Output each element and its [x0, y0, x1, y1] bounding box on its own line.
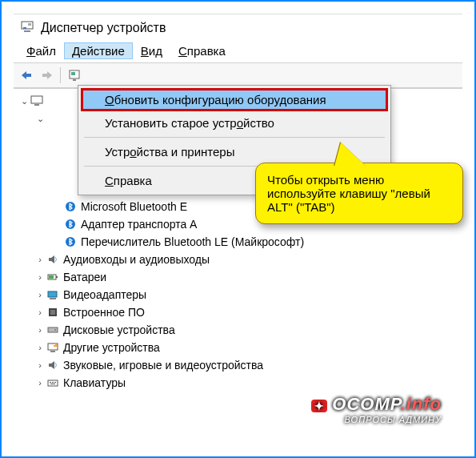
tree-audio-inputs[interactable]: › Аудиовходы и аудиовыходы: [18, 251, 462, 268]
tree-other-devices[interactable]: › Другие устройства: [18, 339, 462, 356]
menu-help[interactable]: Справка: [170, 42, 234, 59]
window-title: Диспетчер устройств: [41, 21, 166, 35]
bluetooth-icon: [63, 219, 78, 230]
svg-rect-17: [48, 291, 57, 297]
svg-point-22: [54, 329, 56, 331]
bluetooth-icon: [63, 236, 78, 247]
svg-rect-4: [26, 74, 31, 77]
callout-text: Чтобы открыть меню используйте клавишу "…: [267, 173, 430, 214]
tree-label: Клавиатуры: [63, 376, 126, 389]
svg-rect-9: [31, 96, 42, 103]
tree-bt-item[interactable]: Перечислитель Bluetooth LE (Майкрософт): [18, 233, 462, 251]
display-adapter-icon: [46, 289, 60, 300]
expander-closed-icon[interactable]: ›: [34, 255, 46, 264]
menu-scan-hardware[interactable]: Обновить конфигурацию оборудования: [81, 88, 388, 111]
menu-file[interactable]: Файл: [18, 42, 64, 59]
sound-icon: [46, 360, 60, 371]
tree-label: Аудиовходы и аудиовыходы: [63, 253, 210, 266]
expander-closed-icon[interactable]: ›: [34, 378, 46, 388]
tree-label: Встроенное ПО: [63, 306, 145, 319]
toolbar-divider: [60, 67, 61, 83]
expander-closed-icon[interactable]: ›: [34, 360, 46, 370]
battery-icon: [46, 271, 60, 283]
svg-rect-20: [50, 310, 55, 315]
forward-button[interactable]: [38, 66, 55, 84]
device-manager-icon: [20, 19, 34, 36]
svg-rect-8: [73, 79, 76, 81]
tree-label: Звуковые, игровые и видеоустройства: [63, 359, 263, 372]
menu-view[interactable]: Вид: [133, 42, 170, 59]
expander-closed-icon[interactable]: ›: [34, 290, 46, 299]
expander-open-icon[interactable]: ⌄: [18, 96, 30, 106]
tree-label: Видеоадаптеры: [63, 288, 146, 301]
tree-label: Адаптер транспорта A: [81, 218, 197, 231]
svg-rect-2: [23, 27, 26, 29]
other-device-icon: [46, 342, 60, 353]
svg-rect-29: [50, 384, 55, 384]
expander-closed-icon[interactable]: ›: [34, 272, 46, 282]
tree-firmware[interactable]: › Встроенное ПО: [18, 303, 462, 321]
menu-action[interactable]: Действие: [64, 42, 133, 59]
watermark-subtitle: ВОПРОСЫ АДМИНУ: [311, 415, 442, 424]
annotation-callout: Чтобы открыть меню используйте клавишу "…: [255, 163, 463, 224]
expander-closed-icon[interactable]: ›: [34, 343, 46, 352]
tree-label: Батареи: [63, 271, 106, 283]
watermark: ✦ OCOMP.info ВОПРОСЫ АДМИНУ: [311, 394, 442, 424]
window-titlebar: Диспетчер устройств: [14, 14, 462, 39]
bluetooth-icon: [63, 201, 78, 212]
svg-rect-25: [48, 380, 58, 386]
svg-rect-1: [24, 30, 30, 32]
callout-tail-icon: [334, 143, 366, 167]
tree-disk-drives[interactable]: › Дисковые устройства: [18, 321, 462, 339]
svg-rect-15: [56, 276, 58, 278]
tree-label: Microsoft Bluetooth E: [81, 200, 187, 213]
tree-label: Перечислитель Bluetooth LE (Майкрософт): [81, 235, 304, 248]
svg-rect-18: [50, 298, 56, 299]
tree-label: Другие устройства: [63, 341, 160, 354]
svg-rect-3: [28, 23, 31, 26]
svg-rect-28: [54, 382, 56, 383]
keyboard-icon: [46, 377, 60, 388]
svg-rect-5: [42, 74, 47, 77]
svg-rect-7: [71, 72, 75, 75]
tree-label: Дисковые устройства: [63, 323, 175, 336]
menu-bar: Файл Действие Вид Справка: [14, 39, 462, 62]
svg-rect-16: [49, 275, 54, 279]
svg-rect-24: [50, 351, 55, 352]
tree-display-adapters[interactable]: › Видеоадаптеры: [18, 286, 462, 303]
expander-open-icon[interactable]: ⌄: [34, 114, 46, 124]
expander-closed-icon[interactable]: ›: [34, 307, 46, 317]
expander-closed-icon[interactable]: ›: [34, 325, 46, 335]
watermark-text-domain: .info: [401, 394, 442, 414]
menu-add-legacy[interactable]: Установить старое устройство: [81, 111, 388, 135]
svg-rect-27: [52, 382, 54, 383]
speaker-icon: [46, 254, 60, 265]
disk-icon: [46, 324, 60, 335]
computer-icon: [30, 95, 44, 106]
watermark-text-main: OCOMP: [332, 394, 400, 414]
firmware-icon: [46, 307, 60, 318]
tree-sound-devices[interactable]: › Звуковые, игровые и видеоустройства: [18, 356, 462, 374]
svg-rect-26: [50, 382, 51, 383]
menu-separator: [84, 137, 385, 138]
svg-rect-10: [34, 104, 39, 106]
back-button[interactable]: [18, 66, 36, 84]
svg-rect-21: [48, 327, 58, 332]
tree-keyboards[interactable]: › Клавиатуры: [18, 374, 462, 392]
scan-hardware-button[interactable]: [66, 66, 83, 84]
watermark-logo-icon: ✦: [311, 400, 327, 412]
tree-batteries[interactable]: › Батареи: [18, 268, 462, 286]
